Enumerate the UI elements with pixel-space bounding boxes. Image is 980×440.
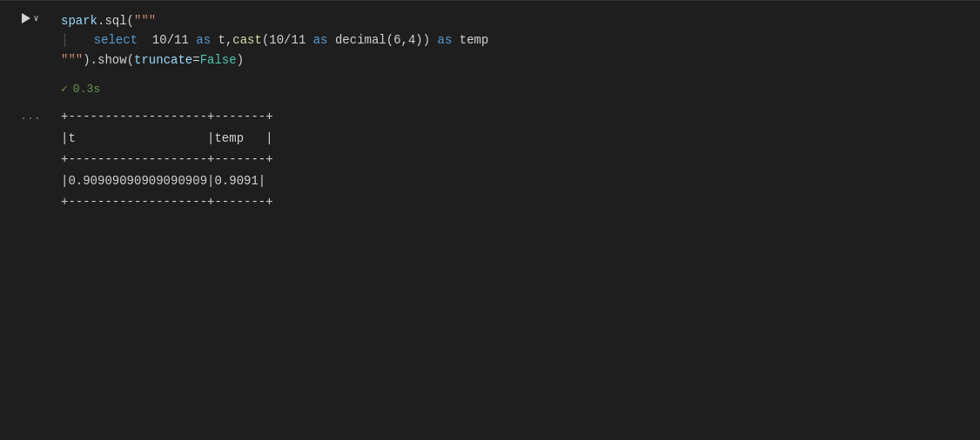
- execution-time: 0.3s: [73, 83, 100, 96]
- cell-input: ∨ spark.sql(""" │ select 10/11 as t,cast…: [0, 0, 980, 80]
- table-data-row: |0.90909090909090909|0.9091|: [61, 170, 980, 192]
- code-line-2: │ select 10/11 as t,cast(10/11 as decima…: [61, 30, 980, 50]
- triple-quote-close: """: [61, 53, 83, 67]
- check-icon: ✓: [61, 82, 68, 96]
- dot-sql: .sql(: [97, 14, 134, 28]
- as3-keyword: as: [430, 33, 452, 47]
- select-keyword: select: [94, 33, 138, 47]
- t-value: t,: [211, 33, 232, 47]
- cell-code: spark.sql(""" │ select 10/11 as t,cast(1…: [61, 8, 980, 73]
- table-border-mid: +-------------------+-------+: [61, 149, 980, 170]
- chevron-down-icon: ∨: [33, 13, 38, 23]
- false-value: False: [200, 53, 237, 67]
- table-border-bottom: +-------------------+-------+: [61, 191, 980, 213]
- line-bar: │: [61, 33, 68, 47]
- decimal-type: decimal(6,4)): [328, 33, 431, 47]
- triple-quote-open: """: [134, 14, 156, 28]
- output-gutter: ...: [0, 106, 61, 213]
- cell-output: ... +-------------------+-------+ |t |te…: [0, 101, 980, 218]
- run-icon: [22, 13, 30, 23]
- close-paren-show: ).show(: [83, 53, 134, 67]
- as2-keyword: as: [313, 33, 328, 47]
- as1-keyword: as: [196, 33, 211, 47]
- cell-gutter: ∨: [0, 8, 61, 73]
- output-content: +-------------------+-------+ |t |temp |…: [61, 106, 980, 213]
- output-ellipsis: ...: [20, 110, 40, 123]
- temp-value: temp: [452, 33, 488, 47]
- truncate-param: truncate: [134, 53, 192, 67]
- notebook-cell: ∨ spark.sql(""" │ select 10/11 as t,cast…: [0, 0, 980, 440]
- cast-open: (10/11: [262, 33, 313, 47]
- values: 10/11: [138, 33, 196, 47]
- table-border-top: +-------------------+-------+: [61, 106, 980, 128]
- run-button[interactable]: ∨: [22, 13, 38, 23]
- equals-sign: =: [192, 53, 199, 67]
- close-paren: ): [237, 53, 244, 67]
- cast-fn: cast: [232, 33, 262, 47]
- spark-object: spark: [61, 14, 97, 28]
- table-header: |t |temp |: [61, 128, 980, 150]
- code-line-3: """).show(truncate=False): [61, 50, 980, 70]
- code-line-1: spark.sql(""": [61, 11, 980, 30]
- cell-status: ✓ 0.3s: [61, 80, 980, 101]
- indent: [71, 33, 93, 47]
